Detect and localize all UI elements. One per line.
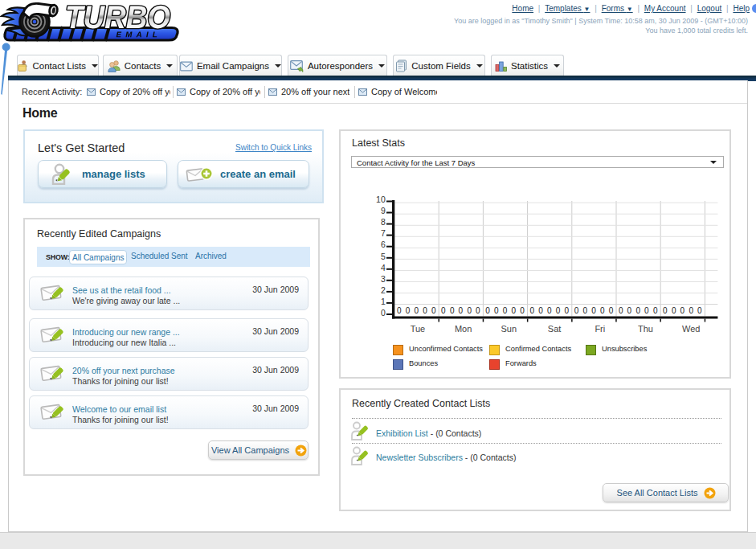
svg-text:0: 0 — [520, 306, 525, 315]
svg-text:0: 0 — [609, 306, 614, 315]
svg-text:0: 0 — [653, 306, 658, 315]
svg-text:0: 0 — [680, 306, 685, 315]
svg-text:Thu: Thu — [638, 324, 653, 334]
svg-text:0: 0 — [663, 306, 668, 315]
svg-text:0: 0 — [503, 306, 508, 315]
svg-text:0: 0 — [494, 306, 499, 315]
svg-text:0: 0 — [381, 308, 386, 318]
svg-text:0: 0 — [644, 306, 649, 315]
svg-text:0: 0 — [565, 306, 570, 315]
svg-text:0: 0 — [431, 306, 436, 315]
svg-text:0: 0 — [476, 306, 480, 315]
svg-text:0: 0 — [423, 306, 427, 315]
svg-text:0: 0 — [689, 306, 693, 315]
svg-text:0: 0 — [441, 306, 446, 315]
svg-text:9: 9 — [381, 206, 386, 215]
svg-text:Tue: Tue — [411, 324, 426, 334]
svg-text:0: 0 — [556, 306, 561, 315]
svg-text:Sat: Sat — [548, 324, 562, 334]
svg-text:10: 10 — [376, 195, 386, 204]
svg-text:0: 0 — [547, 306, 552, 315]
svg-text:0: 0 — [582, 306, 587, 315]
svg-text:6: 6 — [381, 240, 386, 249]
svg-text:0: 0 — [591, 306, 596, 315]
svg-text:0: 0 — [414, 306, 419, 315]
svg-text:Fri: Fri — [595, 324, 605, 334]
svg-text:3: 3 — [381, 274, 386, 284]
svg-text:0: 0 — [467, 306, 472, 315]
svg-text:5: 5 — [381, 252, 386, 261]
svg-text:Mon: Mon — [455, 324, 472, 334]
svg-text:0: 0 — [406, 306, 411, 315]
svg-text:0: 0 — [635, 306, 640, 315]
svg-text:0: 0 — [627, 306, 632, 315]
svg-text:Sun: Sun — [501, 324, 517, 334]
svg-text:7: 7 — [381, 228, 386, 238]
svg-text:1: 1 — [381, 297, 386, 306]
svg-text:0: 0 — [619, 306, 623, 315]
svg-text:0: 0 — [450, 306, 455, 315]
svg-text:2: 2 — [381, 285, 386, 295]
svg-text:Wed: Wed — [682, 324, 700, 334]
svg-text:0: 0 — [512, 306, 517, 315]
svg-text:0: 0 — [574, 306, 579, 315]
svg-text:0: 0 — [397, 306, 402, 315]
svg-text:0: 0 — [485, 306, 490, 315]
svg-text:0: 0 — [538, 306, 543, 315]
svg-text:0: 0 — [600, 306, 605, 315]
svg-text:8: 8 — [381, 217, 386, 227]
svg-text:0: 0 — [530, 306, 535, 315]
svg-text:0: 0 — [459, 306, 464, 315]
svg-text:0: 0 — [697, 306, 702, 315]
svg-text:0: 0 — [672, 306, 676, 315]
svg-text:4: 4 — [381, 263, 386, 272]
